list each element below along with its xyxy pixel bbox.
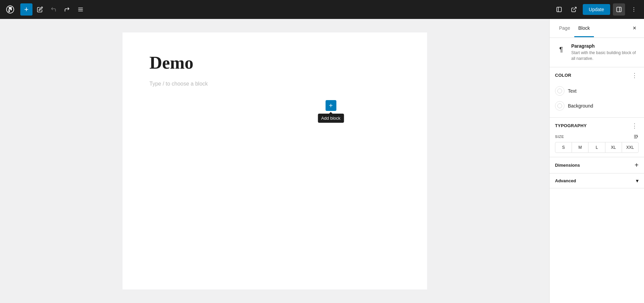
- typography-section-title: Typography: [555, 123, 587, 128]
- main-layout: Demo Type / to choose a block + Add bloc…: [0, 19, 644, 303]
- block-info-row: ¶ Paragraph Start with the basic buildin…: [555, 43, 639, 62]
- text-color-circle-inner: [557, 89, 562, 93]
- sidebar-header: Page Block ×: [550, 19, 644, 38]
- svg-point-8: [634, 7, 634, 8]
- color-section-title: Color: [555, 73, 571, 78]
- paragraph-icon: ¶: [555, 43, 567, 55]
- svg-rect-6: [617, 7, 621, 12]
- block-description: Start with the basic building block of a…: [571, 50, 639, 62]
- right-sidebar: Page Block × ¶ Paragraph Start with the …: [549, 19, 644, 303]
- edit-tool-button[interactable]: [34, 3, 46, 16]
- text-color-option[interactable]: Text: [555, 84, 639, 98]
- text-color-label: Text: [568, 88, 577, 94]
- add-block-inline-button[interactable]: +: [326, 100, 336, 111]
- size-label: SIZE: [555, 134, 639, 139]
- block-name: Paragraph: [571, 43, 639, 49]
- sidebar-tabs: Page Block: [555, 20, 594, 37]
- size-l-button[interactable]: L: [589, 142, 605, 153]
- advanced-title: Advanced: [555, 178, 576, 183]
- advanced-section: Advanced ▾: [550, 173, 644, 188]
- tab-page[interactable]: Page: [555, 20, 574, 37]
- dimensions-title: Dimensions: [555, 163, 580, 168]
- dimensions-add-button[interactable]: +: [635, 161, 639, 169]
- background-color-label: Background: [568, 103, 593, 109]
- more-options-button[interactable]: [628, 3, 640, 16]
- size-xl-button[interactable]: XL: [605, 142, 622, 153]
- text-color-circle: [555, 86, 564, 96]
- advanced-chevron-icon: ▾: [636, 178, 639, 184]
- svg-rect-3: [557, 7, 561, 12]
- typography-section: Typography ⋮ SIZE S M L XL XXL: [550, 118, 644, 157]
- dimensions-header: Dimensions +: [555, 161, 639, 169]
- svg-line-5: [573, 7, 576, 10]
- svg-point-9: [634, 9, 634, 10]
- add-block-toolbar-button[interactable]: +: [20, 3, 32, 16]
- advanced-header[interactable]: Advanced ▾: [555, 178, 639, 184]
- document-overview-button[interactable]: [74, 3, 87, 16]
- external-link-button[interactable]: [568, 3, 580, 16]
- toolbar-right: Update: [553, 3, 640, 16]
- color-more-button[interactable]: ⋮: [630, 71, 639, 79]
- redo-button[interactable]: [61, 3, 73, 16]
- typography-more-button[interactable]: ⋮: [630, 122, 639, 130]
- block-placeholder[interactable]: Type / to choose a block: [150, 81, 400, 87]
- block-info-section: ¶ Paragraph Start with the basic buildin…: [550, 38, 644, 67]
- tab-block[interactable]: Block: [574, 20, 594, 37]
- add-block-container: + Add block: [326, 100, 336, 111]
- color-section-header: Color ⋮: [555, 71, 639, 79]
- background-color-circle-inner: [557, 103, 562, 108]
- background-color-option[interactable]: Background: [555, 98, 639, 113]
- color-section: Color ⋮ Text Background: [550, 67, 644, 118]
- wp-logo: [4, 3, 16, 16]
- background-color-circle: [555, 101, 564, 111]
- sidebar-close-button[interactable]: ×: [629, 23, 640, 34]
- sidebar-toggle-button[interactable]: [613, 3, 625, 16]
- update-button[interactable]: Update: [583, 4, 610, 15]
- dimensions-section: Dimensions +: [550, 157, 644, 173]
- view-button[interactable]: [553, 3, 565, 16]
- svg-point-10: [634, 11, 634, 11]
- size-m-button[interactable]: M: [572, 142, 589, 153]
- page-title[interactable]: Demo: [150, 53, 400, 73]
- add-block-tooltip: Add block: [318, 114, 344, 123]
- size-xxl-button[interactable]: XXL: [622, 142, 638, 153]
- size-s-button[interactable]: S: [555, 142, 572, 153]
- size-buttons-group: S M L XL XXL: [555, 142, 639, 153]
- typography-section-header: Typography ⋮: [555, 122, 639, 130]
- size-controls-button[interactable]: [633, 134, 639, 139]
- block-info-text: Paragraph Start with the basic building …: [571, 43, 639, 62]
- undo-button[interactable]: [47, 3, 60, 16]
- editor-area[interactable]: Demo Type / to choose a block + Add bloc…: [0, 19, 549, 303]
- main-toolbar: + Update: [0, 0, 644, 19]
- editor-content: Demo Type / to choose a block + Add bloc…: [123, 32, 427, 289]
